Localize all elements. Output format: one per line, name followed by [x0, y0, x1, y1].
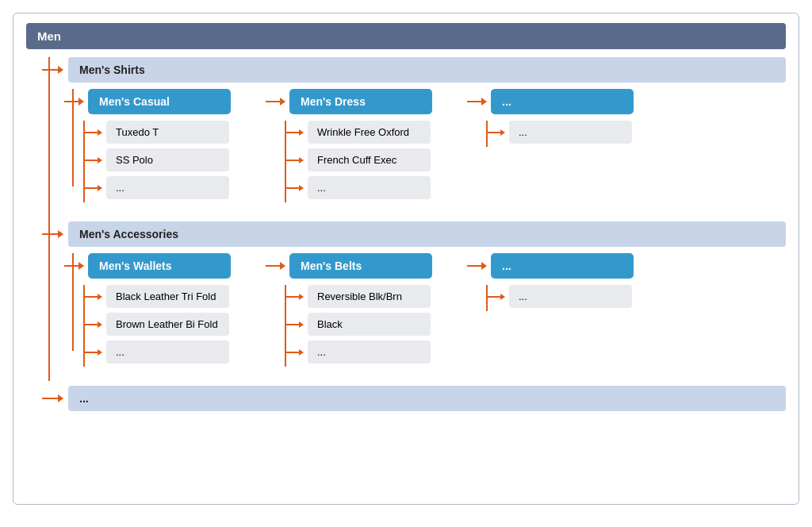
shirts-arrow — [58, 66, 63, 74]
leaf-tuxedo-t[interactable]: Tuxedo T — [106, 121, 229, 144]
cat-more-acc-label[interactable]: ... — [491, 253, 634, 279]
section-shirts: Men's Shirts Men's Casual — [42, 57, 786, 202]
dress-leaves: Wrinkle Free Oxford French Cuff Exec ... — [285, 121, 432, 202]
section-shirts-label: Men's Shirts — [68, 57, 786, 83]
leaf-brown-bi-fold[interactable]: Brown Leather Bi Fold — [106, 313, 229, 336]
wallets-leaves: Black Leather Tri Fold Brown Leather Bi … — [83, 285, 231, 367]
cat-belts-label[interactable]: Men's Belts — [289, 253, 432, 279]
leaf-ss-polo[interactable]: SS Polo — [106, 148, 229, 171]
bottom-ellipsis-row: ... — [42, 386, 786, 411]
cat-casual-label[interactable]: Men's Casual — [88, 89, 231, 114]
leaf-casual-more[interactable]: ... — [106, 176, 229, 199]
casual-leaves: Tuxedo T SS Polo ... — [83, 121, 231, 202]
leaf-belts-more[interactable]: ... — [308, 340, 431, 364]
root-node: Men — [26, 23, 786, 49]
cat-dress-block: Men's Dress Wrinkle Free Oxford French C… — [266, 89, 432, 202]
leaf-black-tri-fold[interactable]: Black Leather Tri Fold — [106, 285, 229, 308]
cat-casual-block: Men's Casual Tuxedo T SS Polo — [64, 89, 231, 202]
cat-more-shirts-label[interactable]: ... — [491, 89, 634, 114]
acc-cats-vline — [72, 253, 74, 351]
cat-belts-block: Men's Belts Reversible Blk/Brn Black — [266, 253, 432, 367]
cat-wallets-block: Men's Wallets Black Leather Tri Fold Bro… — [64, 253, 231, 367]
cat-dress-label[interactable]: Men's Dress — [289, 89, 432, 114]
leaf-dress-more[interactable]: ... — [308, 176, 431, 199]
cat-more-shirts-block: ... ... — [467, 89, 634, 147]
leaf-french-cuff[interactable]: French Cuff Exec — [308, 148, 431, 171]
leaf-black[interactable]: Black — [308, 313, 431, 336]
main-vline — [48, 57, 50, 381]
section-accessories-label: Men's Accessories — [68, 221, 786, 247]
belts-leaves: Reversible Blk/Brn Black ... — [285, 285, 432, 367]
shirts-cats-vline — [72, 89, 74, 187]
leaf-wrinkle-free[interactable]: Wrinkle Free Oxford — [308, 121, 431, 144]
section-accessories: Men's Accessories Men's Wallets — [42, 221, 786, 367]
leaf-wallets-more[interactable]: ... — [106, 340, 229, 364]
more-acc-leaves: ... — [486, 285, 634, 311]
leaf-shirts-more[interactable]: ... — [509, 121, 632, 144]
leaf-reversible[interactable]: Reversible Blk/Brn — [308, 285, 431, 308]
more-shirts-leaves: ... — [486, 121, 634, 147]
leaf-acc-more[interactable]: ... — [509, 285, 632, 308]
cat-wallets-label[interactable]: Men's Wallets — [88, 253, 231, 279]
diagram: Men Men's Shirts Men's Casual — [13, 13, 799, 505]
cat-more-acc-block: ... ... — [467, 253, 634, 311]
bottom-ellipsis-label[interactable]: ... — [68, 386, 786, 411]
shirts-h-connector — [42, 69, 58, 71]
